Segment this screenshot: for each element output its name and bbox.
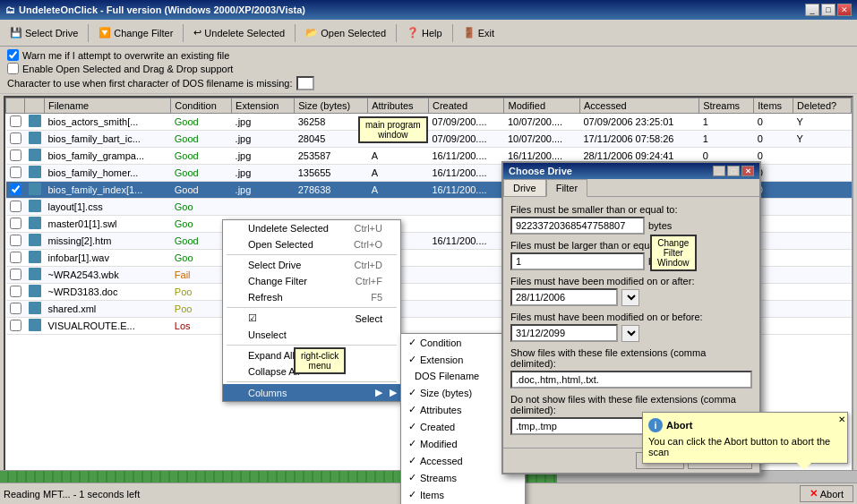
row-checkbox-cell[interactable] [6,233,25,250]
maximize-button[interactable]: □ [821,4,836,16]
row-condition: Good [171,182,232,199]
enable-open-selected-checkbox[interactable] [7,63,19,74]
row-checkbox[interactable] [10,286,21,297]
row-checkbox[interactable] [10,252,21,263]
row-filename: VISUALROUTE.E... [45,318,171,335]
toolbar-separator-1 [88,24,89,42]
dialog-title-bar: Choose Drive _ □ ✕ [503,163,759,179]
exit-icon: 🚪 [463,27,476,38]
row-filename: bios_family_homer... [45,165,171,182]
row-checkbox-cell[interactable] [6,318,25,335]
modified-after-input[interactable] [510,288,618,306]
help-button[interactable]: ❓ Help [400,24,449,41]
warn-overwrite-checkbox[interactable] [7,49,19,61]
row-created: 16/11/200.... [428,165,504,182]
row-checkbox[interactable] [10,184,21,195]
select-drive-button[interactable]: 💾 Select Drive [4,24,84,41]
row-checkbox[interactable] [10,320,21,331]
undelete-selected-button[interactable]: ↩ Undelete Selected [187,24,291,41]
col-condition[interactable]: Condition [171,98,232,114]
row-checkbox-cell[interactable] [6,267,25,284]
row-checkbox[interactable] [10,201,21,212]
ctx-columns[interactable]: Columns ▶ [223,384,400,401]
row-created [428,267,504,284]
row-created [428,318,504,335]
row-checkbox[interactable] [10,149,21,161]
ctx-refresh[interactable]: Refresh F5 [223,289,400,305]
dialog-minimize-btn[interactable]: _ [713,166,725,176]
row-accessed: 07/09/2006 23:25:01 [580,114,699,131]
row-checkbox[interactable] [10,218,21,229]
abort-button[interactable]: ✕ Abort [800,485,853,502]
abort-tooltip-message: You can click the Abort button to abort … [648,436,830,457]
row-filename: bios_family_grampa... [45,148,171,165]
min-size-input[interactable] [510,252,645,270]
ctx-unselect[interactable]: Unselect [223,327,400,343]
row-deleted [793,301,852,318]
tooltip-close-btn[interactable]: ✕ [838,414,845,424]
modified-after-select[interactable] [621,289,639,306]
change-filter-button[interactable]: 🔽 Change Filter [92,24,179,41]
row-checkbox-cell[interactable] [6,131,25,148]
ctx-select[interactable]: ☑ Select [223,310,400,327]
enable-open-selected-label[interactable]: Enable Open Selected and Drag & Drop sup… [7,63,850,74]
tab-filter[interactable]: Filter [546,179,587,197]
row-checkbox-cell[interactable] [6,199,25,216]
col-check [6,98,25,114]
dialog-content: Files must be smaller than or equal to: … [503,197,759,448]
ctx-open-selected[interactable]: Open Selected Ctrl+O [223,236,400,252]
show-ext-input[interactable] [510,371,752,389]
open-selected-button[interactable]: 📂 Open Selected [299,24,392,41]
row-checkbox-cell[interactable] [6,284,25,301]
row-checkbox[interactable] [10,303,21,314]
dialog-close-btn[interactable]: ✕ [741,166,754,176]
col-filename[interactable]: Filename [45,98,171,114]
row-icon-cell [25,182,45,199]
col-size[interactable]: Size (bytes) [295,98,368,114]
table-row[interactable]: bios_actors_smith[... Good .jpg 36258 A … [6,114,852,131]
modified-before-select[interactable] [621,325,639,342]
close-button[interactable]: ✕ [837,4,852,16]
col-extension[interactable]: Extension [232,98,295,114]
ctx-select-drive[interactable]: Select Drive Ctrl+D [223,257,400,273]
max-size-input[interactable] [510,217,645,235]
row-condition: Good [171,165,232,182]
dialog-maximize-btn[interactable]: □ [727,166,740,176]
row-checkbox-cell[interactable] [6,114,25,131]
table-row[interactable]: bios_family_bart_ic... Good .jpg 28045 A… [6,131,852,148]
row-checkbox-cell[interactable] [6,250,25,267]
col-streams[interactable]: Streams [699,98,754,114]
col-deleted[interactable]: Deleted? [793,98,852,114]
row-checkbox-cell[interactable] [6,182,25,199]
row-checkbox[interactable] [10,132,21,144]
row-items: 0 [754,114,793,131]
row-filename: master01[1].swl [45,216,171,233]
submenu-items[interactable]: ✓Items [401,486,525,503]
tab-drive[interactable]: Drive [503,179,546,197]
row-checkbox[interactable] [10,235,21,246]
exit-button[interactable]: 🚪 Exit [457,24,501,41]
modified-before-input[interactable] [510,324,618,342]
char-input[interactable] [296,76,314,90]
row-checkbox-cell[interactable] [6,165,25,182]
minimize-button[interactable]: _ [805,4,819,16]
tooltip-arrow [797,463,811,470]
col-created[interactable]: Created [428,98,504,114]
row-extension: .jpg [232,114,295,131]
row-checkbox[interactable] [10,115,21,127]
row-checkbox-cell[interactable] [6,148,25,165]
row-icon-cell [25,318,45,335]
row-deleted [793,165,852,182]
row-checkbox[interactable] [10,269,21,280]
col-accessed[interactable]: Accessed [580,98,699,114]
row-checkbox-cell[interactable] [6,301,25,318]
col-modified[interactable]: Modified [504,98,580,114]
col-items[interactable]: Items [754,98,793,114]
row-checkbox-cell[interactable] [6,216,25,233]
col-attributes[interactable]: Attributes [368,98,429,114]
char-row: Character to use when first character of… [7,76,850,90]
ctx-change-filter[interactable]: Change Filter Ctrl+F [223,273,400,289]
ctx-undelete-selected[interactable]: Undelete Selected Ctrl+U [223,220,400,236]
warn-overwrite-label[interactable]: Warn me if I attempt to overwrite an exi… [7,49,850,61]
row-checkbox[interactable] [10,167,21,178]
